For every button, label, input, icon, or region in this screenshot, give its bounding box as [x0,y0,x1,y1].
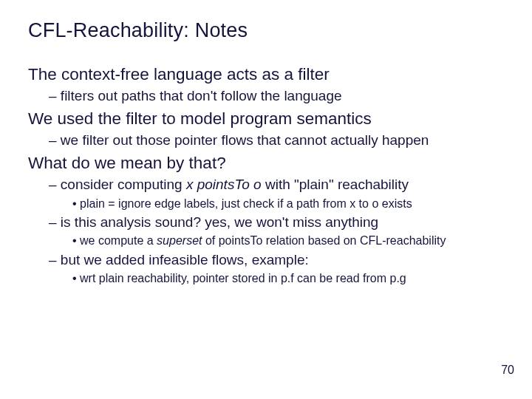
bullet-3a: consider computing x pointsTo o with "pl… [49,176,504,193]
bullet-3a1: plain = ignore edge labels, just check i… [72,197,504,211]
bullet-2a: we filter out those pointer flows that c… [49,132,504,149]
slide-number: 70 [501,364,514,377]
bullet-3b: is this analysis sound? yes, we won't mi… [49,214,504,231]
bullet-3c: but we added infeasible flows, example: [49,251,504,268]
bullet-1: The context-free language acts as a filt… [28,64,504,84]
bullet-1a: filters out paths that don't follow the … [49,87,504,104]
bullet-3c1: wrt plain reachability, pointer stored i… [72,271,504,286]
bullet-2: We used the filter to model program sema… [28,109,504,129]
bullet-3: What do we mean by that? [28,153,504,173]
slide-title: CFL-Reachability: Notes [28,19,504,42]
bullet-3b1: we compute a superset of pointsTo relati… [72,233,504,248]
